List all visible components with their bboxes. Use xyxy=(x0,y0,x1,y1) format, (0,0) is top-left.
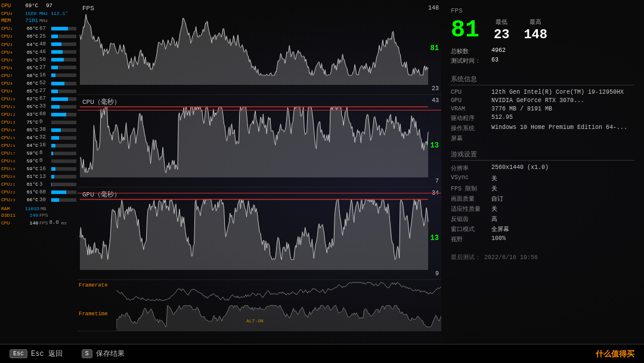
cpu-threshold-line xyxy=(78,110,441,110)
cpu11-row: CPU₁₁ 65°C 33 xyxy=(1,103,76,110)
info-gpu-row: GPU NVIDIA GeForce RTX 3070... xyxy=(451,97,634,104)
setting-window-row: 窗口模式 全屏幕 xyxy=(451,225,634,233)
bottom-chart-canvas xyxy=(116,280,441,331)
system-info-grid: CPU 12th Gen Intel(R) Core(TM) i9-12950H… xyxy=(451,89,634,143)
cpu-label: CPU xyxy=(1,2,24,10)
cpu3-row: CPU₃ 64°C 40 xyxy=(1,41,76,48)
cpu19-row: CPU₁₉ 59°C 16 xyxy=(1,165,76,173)
cpu6-row: CPU₆ 65°C 27 xyxy=(1,64,76,72)
fps-test-time-val: 63 xyxy=(491,57,499,65)
setting-fov-row: 视野 100% xyxy=(451,235,634,244)
game-settings-title: 游戏设置 xyxy=(451,150,634,161)
last-test-time: 最后测试： 2022/6/16 19:56 xyxy=(451,253,634,262)
bottom-charts-row: Framerate Frametime ALT-ON xyxy=(78,280,441,331)
cpu10-row: CPU₁₀ 62°C 67 xyxy=(1,95,76,103)
cpu15-row: CPU₁₅ 64°C 32 xyxy=(1,134,76,141)
system-info-title: 系统信息 xyxy=(451,75,634,85)
gpu-chart: GPU（毫秒） 34 13 9 xyxy=(78,187,441,280)
esc-key-badge: Esc xyxy=(10,349,27,358)
setting-aa-row: 反锯齿 高 xyxy=(451,215,634,223)
cpu0-label: CPU₀ xyxy=(1,10,24,17)
mem-label: MEM xyxy=(1,17,24,25)
cpu-fps-ms-row: CPU 140 FPS 8.0 ms xyxy=(1,219,76,227)
fps-section-title: FPS xyxy=(451,7,634,14)
setting-quality-row: 画面质量 自订 xyxy=(451,195,634,203)
cpu4-row: CPU₄ 65°C 46 xyxy=(1,48,76,56)
cpu-chart-canvas xyxy=(78,95,441,187)
setting-vsync-row: VSync 关 xyxy=(451,174,634,183)
fps-max-group: 最高 148 xyxy=(524,18,547,42)
cpu2-row: CPU₂ 66°C 25 xyxy=(1,33,76,41)
cpu-chart: CPU（毫秒） 43 13 7 xyxy=(78,95,441,187)
cpu-chart-label: CPU（毫秒） xyxy=(82,97,120,106)
stat-row-cpu-header: CPU 69°C 97 xyxy=(1,2,76,10)
cpu7-row: CPU₇ 68°C 16 xyxy=(1,72,76,79)
setting-fps-limit-row: FPS 限制 关 xyxy=(451,184,634,193)
cpu-temp: 69°C xyxy=(25,2,38,10)
mem-val: 7101 xyxy=(25,17,38,25)
info-os-row: 操作系统 Windows 10 Home Premium Edition 64-… xyxy=(451,124,634,133)
save-label: 保存结果 xyxy=(96,349,125,359)
fps-total-frames-val: 4962 xyxy=(491,47,506,56)
frametime-chart-area: ALT-ON xyxy=(116,280,441,331)
cpu12-row: CPU₁₂ 63°C 60 xyxy=(1,110,76,118)
cpu8-row: CPU₈ 66°C 52 xyxy=(1,79,76,87)
s-key-badge: S xyxy=(82,349,92,358)
left-sidebar: CPU 69°C 97 CPU₀ 1560 MHz 112.1° MEM 710… xyxy=(0,0,78,363)
fps-section: FPS 81 最低 23 最高 148 总帧数 4962 测试时间： xyxy=(451,7,634,65)
fps-min-display: 23 xyxy=(494,27,509,42)
fps-min-title: 最低 xyxy=(496,18,507,26)
cpu21-row: CPU₂₁ 61°C 3 xyxy=(1,181,76,189)
watermark-text: 什么值得买 xyxy=(596,349,634,358)
info-driver-row: 驱动程序 512.95 xyxy=(451,114,634,122)
cpu22-row: CPU₂₂ 61°C 60 xyxy=(1,189,76,196)
framerate-section: Framerate Frametime xyxy=(78,280,116,331)
framerate-label: Framerate xyxy=(79,282,115,288)
cpu5-row: CPU₅ 65°C 50 xyxy=(1,56,76,64)
esc-label: Esc 返回 xyxy=(31,349,63,359)
d3d11-row: D3D11 140 FPS xyxy=(1,212,76,219)
stat-row-mem: MEM 7101 MHz xyxy=(1,17,76,25)
watermark: 什么值得买 xyxy=(596,349,634,359)
cpu0-val: 1560 MHz 112.1° xyxy=(25,10,68,17)
bottom-bar: Esc Esc 返回 S 保存结果 什么值得买 xyxy=(0,344,644,363)
fps-max-display: 148 xyxy=(524,27,547,42)
save-button[interactable]: S 保存结果 xyxy=(82,349,125,359)
gpu-chart-canvas xyxy=(78,187,441,279)
fps-test-time-row: 测试时间： 63 xyxy=(451,57,634,65)
cpu14-row: CPU₁₄ 65°C 38 xyxy=(1,126,76,134)
frametime-annotation: ALT-ON xyxy=(246,318,264,324)
info-screen-row: 屏幕 xyxy=(451,134,634,143)
cpu23-row: CPU₂₃ 66°C 30 xyxy=(1,196,76,204)
cpu1-row: CPU₁ 66°C 67 xyxy=(1,25,76,33)
fps-max-title: 最高 xyxy=(530,18,541,26)
fps-details: 总帧数 4962 测试时间： 63 xyxy=(451,47,634,65)
cpu-load: 97 xyxy=(39,2,52,10)
fps-current-display: 81 xyxy=(451,19,479,42)
info-cpu-row: CPU 12th Gen Intel(R) Core(TM) i9-12950H… xyxy=(451,89,634,96)
setting-resolution-row: 分辨率 2560x1440 (x1.0) xyxy=(451,164,634,173)
stat-row-cpu0: CPU₀ 1560 MHz 112.1° xyxy=(1,10,76,17)
fps-chart-canvas xyxy=(78,2,441,94)
right-panel: FPS 81 最低 23 最高 148 总帧数 4962 测试时间： xyxy=(441,0,644,363)
mem-unit: MHz xyxy=(39,17,48,24)
gpu-chart-label: GPU（毫秒） xyxy=(82,190,120,199)
frametime-label2: Frametime xyxy=(79,311,115,317)
cpu20-row: CPU₂₀ 61°C 13 xyxy=(1,173,76,181)
fps-min-group: 最低 23 xyxy=(494,18,509,42)
ram-row: RAM 11033 MB xyxy=(1,205,76,213)
charts-area: FPS 148 81 23 CPU（毫秒） 43 13 7 GPU（毫秒） 34… xyxy=(78,0,441,346)
info-vram-row: VRAM 3776 MB / 8191 MB xyxy=(451,106,634,112)
cpu18-row: CPU₁₈ 59°C 0 xyxy=(1,157,76,165)
game-settings-grid: 分辨率 2560x1440 (x1.0) VSync 关 FPS 限制 关 画面… xyxy=(451,164,634,244)
cpu9-row: CPU₉ 65°C 27 xyxy=(1,87,76,95)
fps-chart-label: FPS xyxy=(82,5,94,12)
fps-chart: FPS 148 81 23 xyxy=(78,2,441,95)
esc-back-button[interactable]: Esc Esc 返回 xyxy=(10,349,63,359)
cpu17-row: CPU₁₇ 59°C 8 xyxy=(1,149,76,157)
setting-adaptive-row: 适应性质量 关 xyxy=(451,205,634,213)
cpu13-row: CPU₁₃ 75°C 0 xyxy=(1,118,76,126)
cpu16-row: CPU₁₆ 64°C 16 xyxy=(1,141,76,149)
fps-main-row: 81 最低 23 最高 148 xyxy=(451,18,634,42)
fps-total-frames-row: 总帧数 4962 xyxy=(451,47,634,56)
